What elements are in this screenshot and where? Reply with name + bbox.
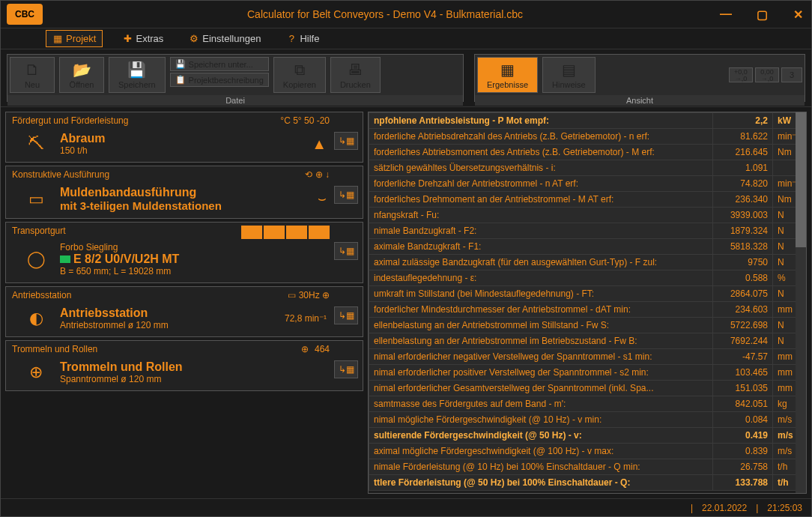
menu-label: Hilfe xyxy=(300,33,319,44)
menu-extras[interactable]: ✚Extras xyxy=(116,31,169,46)
ribbon-stack: 💾Speichern unter... 📋Projektbeschreibung xyxy=(170,57,269,93)
ribbon-precision: +0,0→,0 0,00→,0 3 xyxy=(729,57,802,93)
decimal-places-field[interactable]: 3 xyxy=(781,67,802,82)
button-label: Neu xyxy=(25,80,40,89)
result-row[interactable]: forderliche Abtriebsdrehzahl des Antrieb… xyxy=(369,129,806,145)
offnen-button[interactable]: 📂Öffnen xyxy=(59,57,104,93)
card-expand-button[interactable]: ↳▦ xyxy=(334,306,358,324)
result-row[interactable]: forderliches Drehmoment an der Antriebst… xyxy=(369,192,806,208)
result-value: 0.588 xyxy=(713,270,773,286)
card-expand-button[interactable]: ↳▦ xyxy=(334,132,358,150)
menu-label: Projekt xyxy=(66,33,96,44)
menu-label: Einstellungen xyxy=(202,33,261,44)
result-row[interactable]: aximal zulässige Bandzugkraft (für den a… xyxy=(369,255,806,270)
result-row[interactable]: nimal erforderlicher Gesamtverstellweg d… xyxy=(369,381,806,396)
button-label: Hinweise xyxy=(552,80,586,89)
result-label: nfangskraft - Fu: xyxy=(369,208,713,223)
ribbon-group-datei: 🗋Neu 📂Öffnen 💾Speichern 💾Speichern unter… xyxy=(7,54,464,102)
menu-projekt[interactable]: ▦Projekt xyxy=(46,30,103,47)
result-row[interactable]: nfangskraft - Fu:3939.003N xyxy=(369,208,806,223)
result-row[interactable]: ttlere Förderleistung (@ 50 Hz) bei 100%… xyxy=(369,475,806,491)
result-value: -47.57 xyxy=(713,349,773,365)
card-expand-button[interactable]: ↳▦ xyxy=(334,242,358,260)
scrollbar[interactable] xyxy=(796,112,806,493)
result-label: aximale Bandzugkraft - F1: xyxy=(369,239,713,255)
result-label: aximal mögliche Fördergeschwindigkeit (@… xyxy=(369,444,713,459)
divider: | xyxy=(756,503,758,513)
result-label: samtmasse des Fördergutes auf dem Band -… xyxy=(369,396,713,412)
result-row[interactable]: umkraft im Stillstand (bei Mindestaufleg… xyxy=(369,286,806,302)
result-row[interactable]: sätzlich gewähltes Übersetzungsverhältni… xyxy=(369,160,806,176)
card-subtitle: 150 t/h xyxy=(60,145,105,156)
card-transportgurt[interactable]: Transportgurt ↳▦ ◯ Forbo Siegling E 8/2 … xyxy=(5,222,363,283)
card-title: Abraum xyxy=(60,132,105,145)
result-label: nimale Bandzugkraft - F2: xyxy=(369,223,713,239)
card-expand-button[interactable]: ↳▦ xyxy=(334,360,358,378)
results-panel: npfohlene Antriebsleistung - P Mot empf:… xyxy=(368,112,807,494)
maximize-button[interactable]: ▢ xyxy=(754,7,769,22)
result-value: 5722.698 xyxy=(713,318,773,333)
projektbeschreibung-button[interactable]: 📋Projektbeschreibung xyxy=(170,73,269,87)
card-text: Abraum 150 t/h xyxy=(60,132,105,156)
neu-button[interactable]: 🗋Neu xyxy=(10,57,55,93)
scrollbar-thumb[interactable] xyxy=(796,112,806,247)
folder-open-icon: 📂 xyxy=(73,61,91,79)
result-row[interactable]: nimal erforderlicher positiver Verstellw… xyxy=(369,365,806,381)
result-row[interactable]: aximale Bandzugkraft - F1:5818.328N xyxy=(369,239,806,255)
button-label: Kopieren xyxy=(283,80,316,89)
ribbon-buttons-ansicht: ▦Ergebnisse ▤Hinweise +0,0→,0 0,00→,0 3 xyxy=(475,55,805,95)
result-row[interactable]: npfohlene Antriebsleistung - P Mot empf:… xyxy=(369,113,806,129)
result-row[interactable]: forderliches Abtriebsmoment des Antriebs… xyxy=(369,145,806,160)
result-value: 0.419 xyxy=(713,428,773,444)
window-controls: — ▢ ✕ xyxy=(718,7,805,22)
result-value: 1879.324 xyxy=(713,223,773,239)
table-icon: ▦ xyxy=(500,61,515,79)
result-value: 103.465 xyxy=(713,365,773,381)
menu-einstellungen[interactable]: ⚙Einstellungen xyxy=(183,31,267,46)
result-value: 7692.244 xyxy=(713,333,773,349)
increase-decimal-button[interactable]: +0,0→,0 xyxy=(729,67,753,82)
card-antriebsstation[interactable]: Antriebsstation ▭ 30Hz ⊕ ↳▦ ◐ Antriebsst… xyxy=(5,286,363,337)
card-expand-button[interactable]: ↳▦ xyxy=(334,186,358,204)
result-row[interactable]: sultierende Fördergeschwindigkeit (@ 50 … xyxy=(369,428,806,444)
drucken-button[interactable]: 🖶Drucken xyxy=(330,57,381,93)
ergebnisse-button[interactable]: ▦Ergebnisse xyxy=(477,57,538,93)
result-row[interactable]: indestauflegedehnung - ε:0.588% xyxy=(369,270,806,286)
kopieren-button[interactable]: ⧉Kopieren xyxy=(273,57,326,93)
menu-hilfe[interactable]: ?Hilfe xyxy=(280,31,325,46)
result-row[interactable]: forderliche Drehzahl der Antriebstrommel… xyxy=(369,176,806,192)
speichern-unter-button[interactable]: 💾Speichern unter... xyxy=(170,57,269,71)
print-icon: 🖶 xyxy=(348,61,363,79)
card-text: Antriebsstation Antriebstrommel ø 120 mm xyxy=(60,306,169,330)
card-subtitle: Antriebstrommel ø 120 mm xyxy=(60,320,169,330)
result-row[interactable]: ellenbelastung an der Antriebstrommel im… xyxy=(369,333,806,349)
result-value: 0.839 xyxy=(713,444,773,459)
ribbon-gap xyxy=(464,54,474,102)
result-row[interactable]: forderlicher Mindestdurchmesser der Antr… xyxy=(369,302,806,318)
result-value: 9750 xyxy=(713,255,773,270)
card-konstruktiv[interactable]: Konstruktive Ausführung ⟲ ⊕ ↓ ↳▦ ▭ Mulde… xyxy=(5,166,363,219)
result-row[interactable]: nimal mögliche Fördergeschwindigkeit (@ … xyxy=(369,412,806,428)
card-subtitle: B = 650 mm; L = 19028 mm xyxy=(60,266,179,276)
result-row[interactable]: ellenbelastung an der Antriebstrommel im… xyxy=(369,318,806,333)
button-label: Speichern unter... xyxy=(189,60,253,69)
decrease-decimal-button[interactable]: 0,00→,0 xyxy=(755,67,779,82)
minimize-button[interactable]: — xyxy=(718,7,733,22)
card-subtitle: Spanntrommel ø 120 mm xyxy=(60,374,183,384)
speichern-button[interactable]: 💾Speichern xyxy=(109,57,166,93)
status-indicator xyxy=(60,256,70,263)
card-text: Trommeln und Rollen Spanntrommel ø 120 m… xyxy=(60,360,183,384)
result-row[interactable]: nimal erforderlicher negativer Verstellw… xyxy=(369,349,806,365)
result-label: indestauflegedehnung - ε: xyxy=(369,270,713,286)
card-fordergut[interactable]: Fördergut und Förderleistung °C 5° 50 -2… xyxy=(5,112,363,163)
close-button[interactable]: ✕ xyxy=(790,7,805,22)
card-trommeln[interactable]: Trommeln und Rollen ⊕ 464 ↳▦ ⊕ Trommeln … xyxy=(5,340,363,391)
result-row[interactable]: samtmasse des Fördergutes auf dem Band -… xyxy=(369,396,806,412)
hinweise-button[interactable]: ▤Hinweise xyxy=(542,57,596,93)
result-label: nimal erforderlicher positiver Verstellw… xyxy=(369,365,713,381)
result-row[interactable]: nimale Förderleistung (@ 10 Hz) bei 100%… xyxy=(369,459,806,475)
card-text: Forbo Siegling E 8/2 U0/V/U2H MT B = 650… xyxy=(60,242,179,276)
result-row[interactable]: nimale Bandzugkraft - F2:1879.324N xyxy=(369,223,806,239)
result-value: 1.091 xyxy=(713,160,773,176)
result-row[interactable]: aximal mögliche Fördergeschwindigkeit (@… xyxy=(369,444,806,459)
